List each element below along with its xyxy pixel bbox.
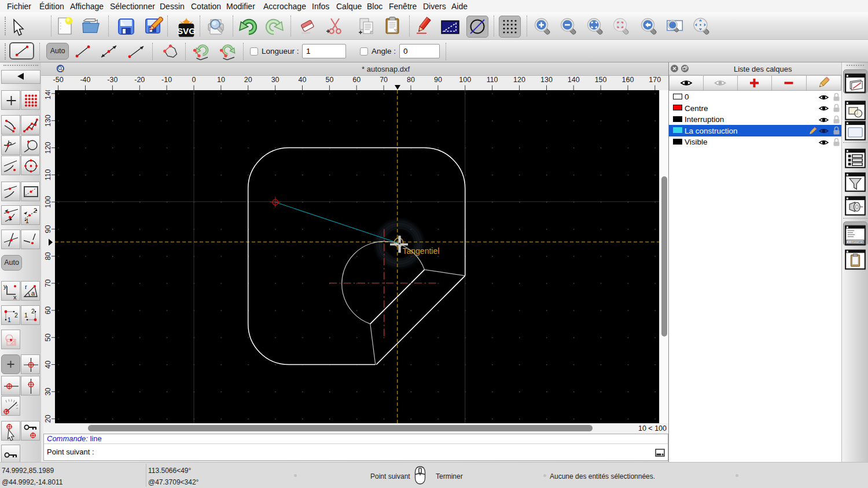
svg-text:a: a — [31, 290, 35, 297]
svg-text:140: 140 — [44, 90, 52, 99]
svg-text:70: 70 — [44, 279, 52, 287]
svg-text:160: 160 — [622, 76, 634, 84]
svg-text:40: 40 — [44, 361, 52, 369]
svg-text:70: 70 — [380, 76, 388, 84]
svg-text:100: 100 — [459, 76, 471, 84]
svg-text:90: 90 — [434, 76, 442, 84]
svg-text:110: 110 — [487, 76, 498, 84]
svg-text:60: 60 — [352, 76, 361, 84]
svg-text:-40: -40 — [80, 76, 90, 84]
svg-text:130: 130 — [44, 114, 52, 127]
svg-text:1: 1 — [8, 316, 11, 323]
svg-text:2: 2 — [34, 207, 37, 214]
svg-text:c command: c command — [848, 240, 864, 243]
svg-text:60: 60 — [44, 306, 52, 315]
svg-text:2: 2 — [14, 312, 18, 319]
svg-text:150: 150 — [595, 76, 607, 84]
svg-text:30: 30 — [44, 387, 52, 395]
svg-text:Tangentiel: Tangentiel — [403, 246, 440, 256]
svg-text:x: x — [13, 294, 17, 301]
svg-text:y: y — [3, 283, 7, 290]
svg-text:-10: -10 — [161, 76, 172, 84]
svg-text:-20: -20 — [134, 76, 145, 84]
svg-text:170: 170 — [649, 76, 661, 84]
svg-text:r: r — [25, 283, 27, 290]
svg-text:130: 130 — [540, 76, 553, 84]
svg-text:50: 50 — [325, 76, 333, 84]
svg-text:1: 1 — [25, 217, 29, 224]
svg-text:-30: -30 — [107, 76, 117, 84]
svg-text:2: 2 — [31, 308, 35, 315]
svg-text:40: 40 — [299, 76, 307, 84]
svg-text:SVG: SVG — [177, 26, 196, 36]
svg-text:50: 50 — [44, 334, 52, 342]
svg-text:110: 110 — [44, 169, 52, 180]
svg-text:1: 1 — [24, 312, 28, 319]
svg-text:-50: -50 — [53, 76, 64, 84]
svg-text:100: 100 — [44, 196, 52, 208]
svg-text:0: 0 — [192, 76, 196, 84]
svg-text:140: 140 — [568, 76, 580, 84]
svg-text:90: 90 — [44, 225, 52, 233]
svg-text:10: 10 — [217, 76, 225, 84]
svg-text:20: 20 — [44, 415, 52, 423]
svg-text:80: 80 — [44, 252, 52, 260]
svg-text:30: 30 — [271, 76, 279, 84]
svg-text:80: 80 — [407, 76, 415, 84]
svg-text:20: 20 — [244, 76, 252, 84]
svg-text:120: 120 — [44, 142, 52, 154]
svg-text:120: 120 — [513, 76, 525, 84]
